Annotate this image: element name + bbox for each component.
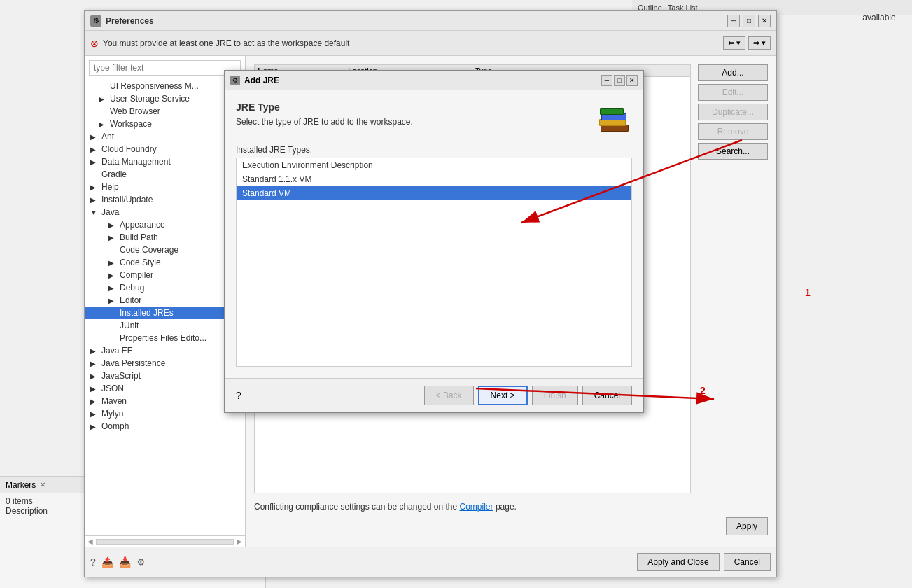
settings-icon[interactable]: ⚙ xyxy=(136,556,146,568)
tree-item-java[interactable]: ▼ Java xyxy=(85,206,245,218)
add-jre-dialog: ⚙ Add JRE ─ □ ✕ JRE Type Select the type… xyxy=(224,70,644,413)
dialog-header-area: JRE Type Select the type of JRE to add t… xyxy=(236,102,632,136)
tree-label: Data Management xyxy=(101,157,171,167)
jre-type-list[interactable]: Execution Environment Description Standa… xyxy=(236,158,632,367)
dialog-header-text: JRE Type Select the type of JRE to add t… xyxy=(236,102,413,127)
tree-item-data-management[interactable]: ▶ Data Management xyxy=(85,155,245,168)
dialog-controls: ─ □ ✕ xyxy=(601,75,638,86)
tree-item-junit[interactable]: JUnit xyxy=(85,319,245,332)
expand-icon: ▶ xyxy=(90,372,99,380)
tree-label: Help xyxy=(101,182,119,192)
tree-item-appearance[interactable]: ▶ Appearance xyxy=(85,218,245,231)
dialog-icon-small: ⚙ xyxy=(230,76,240,85)
tree-item-maven[interactable]: ▶ Maven xyxy=(85,395,245,407)
add-jre-button[interactable]: Add... xyxy=(698,64,768,81)
tree-item-properties-files[interactable]: Properties Files Edito... xyxy=(85,332,245,344)
finish-button[interactable]: Finish xyxy=(532,386,578,405)
next-button[interactable]: Next > xyxy=(478,386,528,405)
tree-item-code-coverage[interactable]: Code Coverage xyxy=(85,244,245,256)
tree-item-java-persistence[interactable]: ▶ Java Persistence xyxy=(85,357,245,370)
cancel-button[interactable]: Cancel xyxy=(724,553,771,571)
tree-item-gradle[interactable]: Gradle xyxy=(85,168,245,181)
tree-item-install-update[interactable]: ▶ Install/Update xyxy=(85,193,245,206)
tree-item-compiler[interactable]: ▶ Compiler xyxy=(85,269,245,281)
preferences-title-left: ⚙ Preferences xyxy=(90,15,154,27)
expand-icon: ▶ xyxy=(99,95,107,103)
error-message-text: You must provide at least one JRE to act… xyxy=(103,38,719,48)
conflict-text: Conflicting compliance settings can be c… xyxy=(254,502,460,512)
export-icon[interactable]: 📤 xyxy=(101,556,113,568)
dialog-minimize-btn[interactable]: ─ xyxy=(601,75,612,86)
tree-item-cloud-foundry[interactable]: ▶ Cloud Foundry xyxy=(85,143,245,155)
tree-label: Installed JREs xyxy=(120,308,174,318)
expand-icon: ▶ xyxy=(108,297,117,304)
preferences-title-text: Preferences xyxy=(106,16,154,26)
tree-label: Appearance xyxy=(120,220,165,230)
tree-item-debug[interactable]: ▶ Debug xyxy=(85,281,245,294)
tree-item-mylyn[interactable]: ▶ Mylyn xyxy=(85,407,245,420)
edit-jre-button[interactable]: Edit... xyxy=(698,84,768,101)
jre-type-standard-11x[interactable]: Standard 1.1.x VM xyxy=(237,172,631,186)
expand-icon: ▶ xyxy=(90,398,99,405)
not-available-text: available. xyxy=(862,13,898,22)
dialog-help-icon[interactable]: ? xyxy=(236,390,241,401)
apply-button[interactable]: Apply xyxy=(726,517,768,536)
compiler-link[interactable]: Compiler xyxy=(460,502,493,512)
annotation-number-2: 2 xyxy=(700,385,706,396)
tree-item-json[interactable]: ▶ JSON xyxy=(85,382,245,395)
conflict-message: Conflicting compliance settings can be c… xyxy=(254,499,691,514)
tree-label: JUnit xyxy=(120,321,139,330)
tree-item-help[interactable]: ▶ Help xyxy=(85,181,245,193)
expand-icon: ▶ xyxy=(90,158,99,166)
dialog-header-title: JRE Type xyxy=(236,102,413,113)
tree-item-web-browser[interactable]: Web Browser xyxy=(85,105,245,118)
tree-label: Gradle xyxy=(101,169,127,179)
search-jre-button[interactable]: Search... xyxy=(698,143,768,160)
tree-item-ui-responsiveness[interactable]: UI Responsiveness M... xyxy=(85,80,245,92)
expand-icon: ▶ xyxy=(99,120,107,128)
tree-item-installed-jres[interactable]: Installed JREs xyxy=(85,307,245,319)
tree-label: JSON xyxy=(101,384,124,393)
tree-item-workspace[interactable]: ▶ Workspace xyxy=(85,118,245,130)
tree-item-ant[interactable]: ▶ Ant xyxy=(85,130,245,143)
tree-item-user-storage[interactable]: ▶ User Storage Service xyxy=(85,92,245,105)
prefs-bottom-bar: ? 📤 📥 ⚙ Apply and Close Cancel xyxy=(85,547,776,577)
tree-item-java-ee[interactable]: ▶ Java EE xyxy=(85,344,245,357)
tree-label: Java Persistence xyxy=(101,358,165,368)
expand-icon: ▶ xyxy=(108,272,117,279)
tree-item-editor[interactable]: ▶ Editor xyxy=(85,294,245,307)
tree-container: UI Responsiveness M... ▶ User Storage Se… xyxy=(85,80,245,536)
markers-title[interactable]: Markers xyxy=(6,480,36,490)
nav-back-btn[interactable]: ⬅ ▾ xyxy=(723,36,745,50)
tree-item-code-style[interactable]: ▶ Code Style xyxy=(85,256,245,269)
back-button[interactable]: < Back xyxy=(424,386,474,405)
dialog-maximize-btn[interactable]: □ xyxy=(614,75,625,86)
tree-item-javascript[interactable]: ▶ JavaScript xyxy=(85,370,245,382)
apply-close-button[interactable]: Apply and Close xyxy=(637,553,719,571)
jre-type-standard-vm[interactable]: Standard VM xyxy=(237,186,631,200)
dialog-btn-group: < Back Next > Finish Cancel xyxy=(424,386,632,405)
jre-types-label: Installed JRE Types: xyxy=(236,145,632,155)
tree-label: Install/Update xyxy=(101,195,153,204)
maximize-button[interactable]: □ xyxy=(743,15,755,27)
tree-item-build-path[interactable]: ▶ Build Path xyxy=(85,231,245,244)
remove-jre-button[interactable]: Remove xyxy=(698,123,768,140)
expand-icon: ▶ xyxy=(108,221,117,229)
cancel-dialog-button[interactable]: Cancel xyxy=(582,386,632,405)
tree-label: User Storage Service xyxy=(110,94,190,104)
duplicate-jre-button[interactable]: Duplicate... xyxy=(698,104,768,120)
nav-forward-btn[interactable]: ➡ ▾ xyxy=(748,36,771,50)
preferences-titlebar: ⚙ Preferences ─ □ ✕ xyxy=(85,11,776,31)
jre-type-execution-env[interactable]: Execution Environment Description xyxy=(237,158,631,172)
tree-label: Editor xyxy=(120,295,141,305)
close-button[interactable]: ✕ xyxy=(758,15,771,27)
tree-item-oomph[interactable]: ▶ Oomph xyxy=(85,420,245,433)
import-icon[interactable]: 📥 xyxy=(119,556,131,568)
expand-icon: ▶ xyxy=(90,146,99,153)
search-input[interactable] xyxy=(89,60,241,76)
tree-label: Maven xyxy=(101,396,127,406)
right-action-buttons: Add... Edit... Duplicate... Remove Searc… xyxy=(698,64,768,160)
minimize-button[interactable]: ─ xyxy=(727,15,740,27)
help-icon[interactable]: ? xyxy=(90,556,96,568)
dialog-close-btn[interactable]: ✕ xyxy=(626,75,638,86)
